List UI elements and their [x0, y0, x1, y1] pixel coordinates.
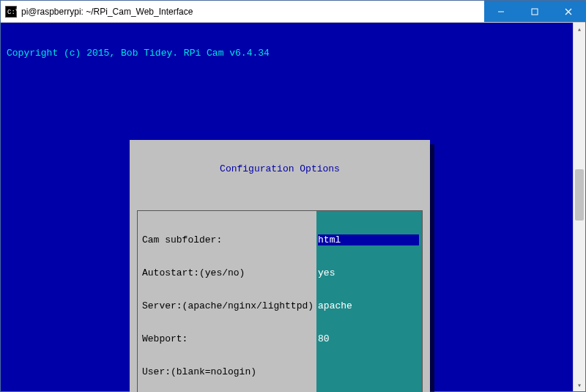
label-cam-subfolder: Cam subfolder: — [142, 234, 314, 245]
maximize-button[interactable] — [518, 1, 552, 22]
scroll-thumb[interactable] — [575, 169, 584, 221]
dialog-title: Configuration Options — [130, 162, 430, 174]
input-autostart[interactable]: yes — [318, 267, 419, 278]
maximize-icon — [531, 8, 538, 15]
window-controls — [484, 1, 585, 22]
label-user: User:(blank=nologin) — [142, 366, 314, 377]
label-webport: Webport: — [142, 333, 314, 344]
minimize-button[interactable] — [484, 1, 518, 22]
field-labels: Cam subfolder: Autostart:(yes/no) Server… — [138, 211, 316, 392]
input-user[interactable] — [318, 366, 419, 377]
minimize-icon — [497, 8, 505, 15]
titlebar[interactable]: C:\ pi@raspberrypi: ~/RPi_Cam_Web_Interf… — [1, 1, 585, 23]
input-cam-subfolder[interactable]: html — [318, 234, 419, 245]
terminal-wrap: Copyright (c) 2015, Bob Tidey. RPi Cam v… — [1, 23, 585, 391]
input-webport[interactable]: 80 — [318, 333, 419, 344]
svg-rect-1 — [532, 9, 538, 15]
scrollbar[interactable]: ▴ ▾ — [573, 23, 585, 391]
scroll-up-icon[interactable]: ▴ — [574, 23, 585, 35]
close-icon — [565, 8, 572, 15]
ssh-window: C:\ pi@raspberrypi: ~/RPi_Cam_Web_Interf… — [0, 0, 586, 392]
terminal-icon: C:\ — [5, 6, 17, 18]
scroll-down-icon[interactable]: ▾ — [574, 379, 585, 391]
terminal[interactable]: Copyright (c) 2015, Bob Tidey. RPi Cam v… — [1, 23, 573, 391]
config-dialog: Configuration Options Cam subfolder: Aut… — [130, 140, 430, 392]
copyright-line: Copyright (c) 2015, Bob Tidey. RPi Cam v… — [7, 48, 567, 59]
field-values: html yes apache 80 no 7 — [316, 211, 422, 392]
window-title: pi@raspberrypi: ~/RPi_Cam_Web_Interface — [21, 7, 484, 17]
close-button[interactable] — [552, 1, 585, 22]
label-server: Server:(apache/nginx/lighttpd) — [142, 300, 314, 311]
input-server[interactable]: apache — [318, 300, 419, 311]
dialog-body: Cam subfolder: Autostart:(yes/no) Server… — [137, 210, 423, 392]
label-autostart: Autostart:(yes/no) — [142, 267, 314, 278]
